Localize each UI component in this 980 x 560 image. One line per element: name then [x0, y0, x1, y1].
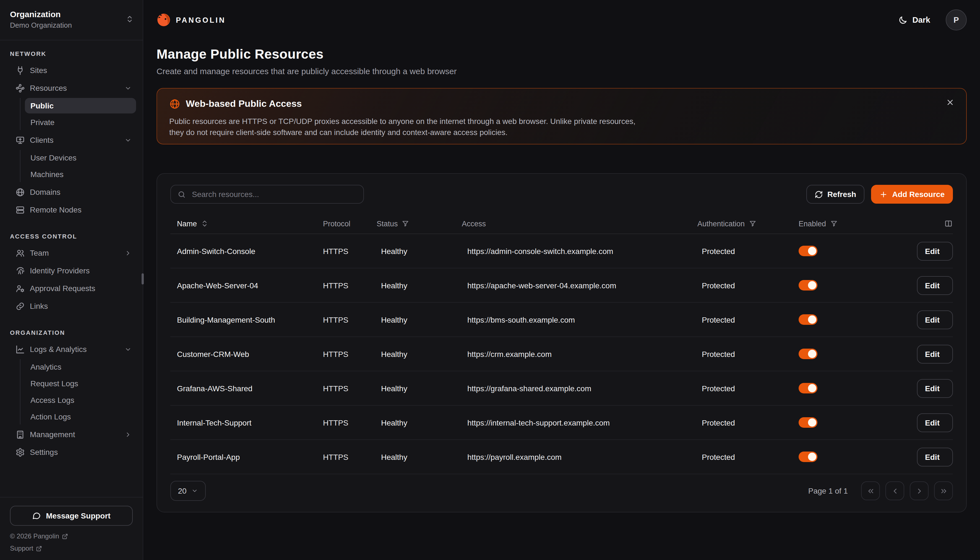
sort-icon[interactable]	[201, 220, 209, 227]
table-row[interactable]: Building-Management-South HTTPS Healthy …	[170, 303, 953, 337]
sidebar-item-machines[interactable]: Machines	[25, 167, 136, 182]
previous-page-button[interactable]	[885, 482, 904, 500]
page-size-select[interactable]: 20	[170, 481, 206, 501]
theme-label: Dark	[912, 15, 930, 24]
sidebar-item-links[interactable]: Links	[10, 297, 136, 315]
brand[interactable]: PANGOLIN	[156, 13, 226, 27]
sidebar-item-management[interactable]: Management	[10, 425, 136, 443]
edit-button[interactable]: Edit	[917, 310, 953, 329]
table-row[interactable]: Admin-Switch-Console HTTPS Healthy https…	[170, 234, 953, 268]
sidebar-item-public[interactable]: Public	[25, 98, 136, 113]
edit-button[interactable]: Edit	[917, 413, 953, 432]
info-banner: Web-based Public Access Public resources…	[156, 88, 967, 145]
search-input[interactable]	[191, 189, 357, 199]
edit-label: Edit	[925, 418, 940, 427]
refresh-button[interactable]: Refresh	[806, 185, 864, 203]
resource-url[interactable]: https://internal-tech-support.example.co…	[467, 418, 610, 427]
next-page-button[interactable]	[910, 482, 929, 500]
table-row[interactable]: Payroll-Portal-App HTTPS Healthy https:/…	[170, 440, 953, 474]
support-link[interactable]: Support	[10, 545, 133, 552]
enabled-toggle[interactable]	[799, 383, 817, 393]
sidebar-item-resources[interactable]: Resources	[10, 79, 136, 97]
table-row[interactable]: Grafana-AWS-Shared HTTPS Healthy https:/…	[170, 371, 953, 406]
status-dropdown[interactable]: Healthy	[377, 247, 462, 255]
resource-url[interactable]: https://admin-console-switch.example.com	[467, 247, 613, 255]
user-avatar[interactable]: P	[946, 9, 967, 30]
sidebar-item-user-devices[interactable]: User Devices	[25, 150, 136, 165]
status-dropdown[interactable]: Healthy	[377, 418, 462, 427]
sidebar-item-remote-nodes[interactable]: Remote Nodes	[10, 201, 136, 218]
filter-icon[interactable]	[402, 220, 410, 227]
banner-close-button[interactable]	[943, 96, 957, 109]
theme-toggle-button[interactable]: Dark	[895, 15, 934, 25]
column-header-name[interactable]: Name	[170, 219, 323, 228]
status-dropdown[interactable]: Healthy	[377, 452, 462, 461]
copyright-link[interactable]: © 2026 Pangolin	[10, 532, 133, 540]
table-row[interactable]: Apache-Web-Server-04 HTTPS Healthy https…	[170, 268, 953, 303]
org-switcher-label: Organization	[10, 9, 126, 20]
enabled-toggle[interactable]	[799, 452, 817, 462]
resource-url[interactable]: https://grafana-shared.example.com	[467, 384, 591, 393]
resource-url[interactable]: https://apache-web-server-04.example.com	[467, 281, 616, 290]
sidebar-item-settings[interactable]: Settings	[10, 443, 136, 461]
table-row[interactable]: Internal-Tech-Support HTTPS Healthy http…	[170, 406, 953, 440]
enabled-toggle[interactable]	[799, 280, 817, 290]
message-support-button[interactable]: Message Support	[10, 506, 133, 526]
sidebar-item-analytics[interactable]: Analytics	[25, 359, 136, 375]
server-icon	[15, 205, 25, 215]
status-dropdown[interactable]: Healthy	[377, 281, 462, 290]
enabled-toggle[interactable]	[799, 417, 817, 428]
chevron-right-icon	[125, 249, 131, 257]
filter-icon[interactable]	[749, 220, 756, 227]
last-page-button[interactable]	[934, 482, 953, 500]
row-menu-button[interactable]	[905, 353, 908, 355]
sidebar-item-team[interactable]: Team	[10, 244, 136, 262]
globe-icon	[15, 187, 25, 197]
edit-button[interactable]: Edit	[917, 379, 953, 398]
sidebar-item-request-logs[interactable]: Request Logs	[25, 376, 136, 391]
row-actions: Edit	[859, 447, 953, 466]
enabled-toggle[interactable]	[799, 314, 817, 325]
edit-button[interactable]: Edit	[917, 345, 953, 363]
row-menu-button[interactable]	[905, 387, 908, 389]
resource-url[interactable]: https://payroll.example.com	[467, 452, 561, 461]
edit-button[interactable]: Edit	[917, 242, 953, 260]
enabled-toggle[interactable]	[799, 246, 817, 256]
status-dropdown[interactable]: Healthy	[377, 315, 462, 324]
sidebar-item-domains[interactable]: Domains	[10, 183, 136, 201]
status-dropdown[interactable]: Healthy	[377, 350, 462, 358]
chevrons-left-icon	[866, 487, 875, 495]
row-menu-button[interactable]	[905, 250, 908, 252]
edit-button[interactable]: Edit	[917, 447, 953, 466]
org-switcher[interactable]: Organization Demo Organization	[0, 0, 143, 40]
enabled-toggle[interactable]	[799, 348, 817, 359]
status-dropdown[interactable]: Healthy	[377, 384, 462, 393]
sidebar-item-label: Remote Nodes	[30, 205, 131, 214]
resource-enabled	[799, 246, 859, 256]
table-row[interactable]: Customer-CRM-Web HTTPS Healthy https://c…	[170, 337, 953, 371]
sidebar-item-access-logs[interactable]: Access Logs	[25, 392, 136, 408]
plus-icon	[879, 190, 888, 198]
sidebar-item-approval-requests[interactable]: Approval Requests	[10, 280, 136, 297]
filter-icon[interactable]	[830, 220, 837, 227]
sidebar-item-private[interactable]: Private	[25, 115, 136, 130]
sidebar-item-clients[interactable]: Clients	[10, 131, 136, 149]
sidebar-item-label: Analytics	[30, 362, 131, 371]
resource-url[interactable]: https://crm.example.com	[467, 350, 551, 358]
edit-button[interactable]: Edit	[917, 276, 953, 295]
add-resource-button[interactable]: Add Resource	[871, 185, 953, 203]
sidebar-item-label: Approval Requests	[30, 284, 131, 293]
sidebar-item-logs-analytics[interactable]: Logs & Analytics	[10, 340, 136, 358]
row-menu-button[interactable]	[905, 284, 908, 287]
row-menu-button[interactable]	[905, 422, 908, 423]
row-menu-button[interactable]	[905, 318, 908, 321]
sidebar-resize-handle[interactable]	[141, 273, 144, 285]
resource-authentication: Protected	[698, 247, 799, 255]
sidebar-item-identity-providers[interactable]: Identity Providers	[10, 262, 136, 280]
sidebar-item-sites[interactable]: Sites	[10, 62, 136, 79]
resource-url[interactable]: https://bms-south.example.com	[467, 315, 575, 324]
columns-icon[interactable]	[944, 219, 953, 228]
sidebar-item-action-logs[interactable]: Action Logs	[25, 409, 136, 425]
row-menu-button[interactable]	[905, 456, 908, 458]
first-page-button[interactable]	[861, 482, 880, 500]
